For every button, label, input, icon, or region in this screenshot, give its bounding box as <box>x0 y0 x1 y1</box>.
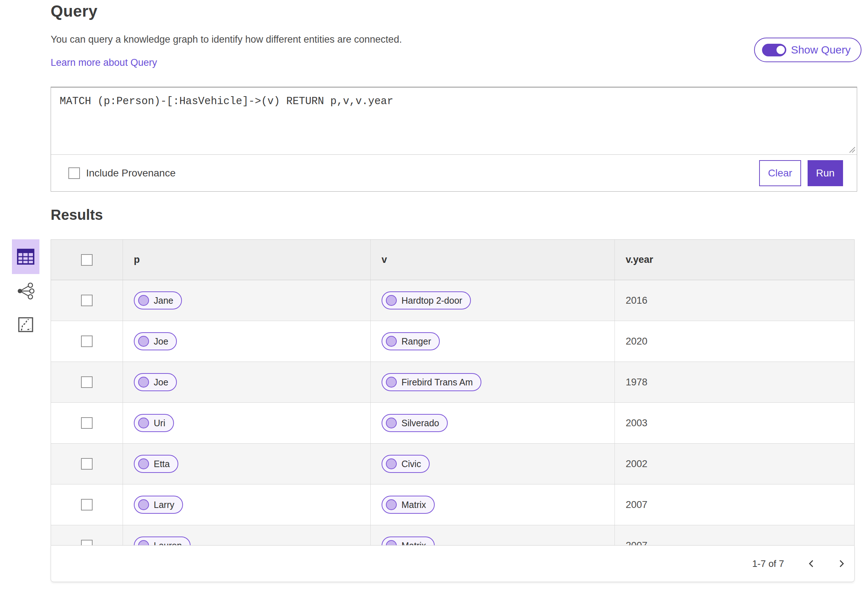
person-entity-pill[interactable]: Larry <box>134 496 183 514</box>
year-cell: 1978 <box>615 362 854 402</box>
year-cell-value: 2007 <box>626 499 647 510</box>
table-header-row: p v v.year <box>51 240 854 280</box>
row-checkbox[interactable] <box>81 499 93 510</box>
table-row: Lauren Matrix 2007 <box>51 525 854 545</box>
vehicle-entity-pill[interactable]: Ranger <box>382 332 440 350</box>
toggle-knob <box>775 44 786 56</box>
row-checkbox[interactable] <box>81 336 93 347</box>
year-cell-value: 1978 <box>626 377 647 388</box>
learn-more-link[interactable]: Learn more about Query <box>51 57 157 68</box>
row-checkbox[interactable] <box>81 417 93 429</box>
column-header-p: p <box>123 240 371 280</box>
entity-node-icon <box>386 458 397 469</box>
row-select-cell <box>51 321 123 361</box>
previous-page-button[interactable] <box>805 557 818 570</box>
person-entity-pill[interactable]: Jane <box>134 291 182 310</box>
table-row: Larry Matrix 2007 <box>51 485 854 525</box>
table-row: Joe Ranger 2020 <box>51 321 854 362</box>
v-pill-label: Civic <box>402 459 421 469</box>
resize-grip-icon[interactable] <box>849 146 855 153</box>
year-cell-value: 2020 <box>626 336 647 347</box>
p-pill-label: Etta <box>154 459 170 469</box>
table-view-button[interactable] <box>12 239 40 274</box>
p-pill-label: Joe <box>154 336 168 347</box>
table-row: Uri Silverado 2003 <box>51 403 854 444</box>
results-title: Results <box>51 207 103 223</box>
person-entity-pill[interactable]: Joe <box>134 332 177 350</box>
v-cell: Ranger <box>371 321 615 361</box>
clear-button[interactable]: Clear <box>759 160 801 186</box>
entity-node-icon <box>138 540 149 545</box>
person-entity-pill[interactable]: Joe <box>134 373 177 391</box>
p-pill-label: Lauren <box>154 541 182 545</box>
person-entity-pill[interactable]: Etta <box>134 455 178 473</box>
select-all-checkbox[interactable] <box>81 254 93 266</box>
row-select-cell <box>51 525 123 545</box>
v-cell: Matrix <box>371 485 615 525</box>
year-cell: 2002 <box>615 444 854 484</box>
entity-node-icon <box>138 417 149 428</box>
map-view-icon <box>18 317 34 333</box>
vehicle-entity-pill[interactable]: Matrix <box>382 537 435 545</box>
row-checkbox[interactable] <box>81 376 93 388</box>
table-body: Jane Hardtop 2-door 2016 Joe Ranger <box>51 280 854 545</box>
row-checkbox[interactable] <box>81 458 93 470</box>
vehicle-entity-pill[interactable]: Matrix <box>382 496 435 514</box>
page-title: Query <box>51 2 97 20</box>
toggle-track-icon[interactable] <box>762 44 786 56</box>
table-row: Joe Firebird Trans Am 1978 <box>51 362 854 403</box>
column-header-v-year: v.year <box>615 240 854 280</box>
network-view-icon <box>17 282 35 300</box>
year-cell: 2020 <box>615 321 854 361</box>
pagination-range-label: 1-7 of 7 <box>752 558 784 569</box>
entity-node-icon <box>138 458 149 469</box>
row-checkbox[interactable] <box>81 540 93 545</box>
run-button[interactable]: Run <box>807 160 843 186</box>
p-pill-label: Joe <box>154 377 168 388</box>
results-table: p v v.year Jane Hardtop 2-door <box>51 239 855 582</box>
next-page-button[interactable] <box>835 557 848 570</box>
show-query-toggle[interactable]: Show Query <box>754 38 862 62</box>
v-pill-label: Silverado <box>402 418 439 428</box>
include-provenance-control[interactable]: Include Provenance <box>68 167 176 179</box>
entity-node-icon <box>138 377 149 388</box>
vehicle-entity-pill[interactable]: Silverado <box>382 414 448 432</box>
p-pill-label: Uri <box>154 418 165 428</box>
row-select-cell <box>51 403 123 443</box>
query-input[interactable] <box>51 87 857 154</box>
vehicle-entity-pill[interactable]: Firebird Trans Am <box>382 373 481 391</box>
year-cell: 2007 <box>615 485 854 525</box>
network-view-button[interactable] <box>12 278 40 304</box>
year-cell-value: 2007 <box>626 540 647 545</box>
table-row: Etta Civic 2002 <box>51 444 854 485</box>
year-cell-value: 2002 <box>626 458 647 470</box>
row-select-cell <box>51 362 123 402</box>
map-view-button[interactable] <box>12 311 40 338</box>
year-cell-value: 2003 <box>626 417 647 429</box>
entity-node-icon <box>386 540 397 545</box>
include-provenance-checkbox[interactable] <box>68 167 80 179</box>
entity-node-icon <box>386 295 397 306</box>
v-pill-label: Matrix <box>402 500 426 510</box>
query-buttons: Clear Run <box>759 160 843 186</box>
v-cell: Hardtop 2-door <box>371 280 615 321</box>
vehicle-entity-pill[interactable]: Civic <box>382 455 430 473</box>
table-viewport: p v v.year Jane Hardtop 2-door <box>51 239 855 545</box>
person-entity-pill[interactable]: Lauren <box>134 537 190 545</box>
entity-node-icon <box>138 295 149 306</box>
p-cell: Uri <box>123 403 371 443</box>
v-pill-label: Ranger <box>402 336 431 347</box>
chevron-right-icon <box>837 559 846 568</box>
v-pill-label: Hardtop 2-door <box>402 295 462 306</box>
person-entity-pill[interactable]: Uri <box>134 414 174 432</box>
p-cell: Joe <box>123 321 371 361</box>
p-cell: Etta <box>123 444 371 484</box>
year-cell: 2016 <box>615 280 854 321</box>
v-cell: Firebird Trans Am <box>371 362 615 402</box>
vehicle-entity-pill[interactable]: Hardtop 2-door <box>382 291 471 310</box>
p-cell: Lauren <box>123 525 371 545</box>
p-pill-label: Larry <box>154 500 174 510</box>
row-checkbox[interactable] <box>81 295 93 306</box>
row-select-cell <box>51 485 123 525</box>
entity-node-icon <box>138 499 149 510</box>
